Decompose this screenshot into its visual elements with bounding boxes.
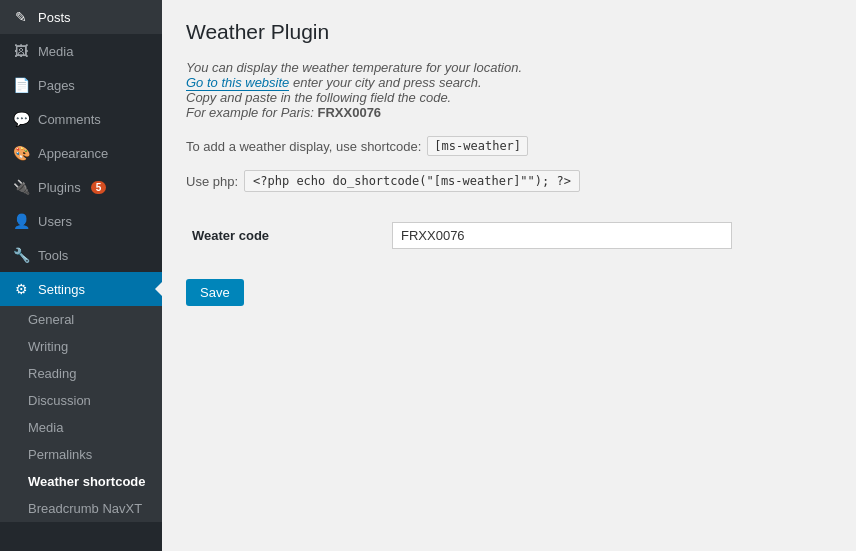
sidebar-item-label: Media [38,44,73,59]
save-button[interactable]: Save [186,279,244,306]
pages-icon: 📄 [12,76,30,94]
submenu-item-discussion[interactable]: Discussion [0,387,162,414]
sidebar-item-tools[interactable]: 🔧 Tools [0,238,162,272]
paris-code: FRXX0076 [318,105,382,120]
media-icon: 🖼 [12,42,30,60]
sidebar-item-label: Users [38,214,72,229]
desc-line4: For example for Paris: FRXX0076 [186,105,832,120]
sidebar-item-label: Appearance [38,146,108,161]
sidebar-item-posts[interactable]: ✎ Posts [0,0,162,34]
submenu-item-general[interactable]: General [0,306,162,333]
plugins-icon: 🔌 [12,178,30,196]
submenu-item-writing[interactable]: Writing [0,333,162,360]
sidebar-item-media[interactable]: 🖼 Media [0,34,162,68]
sidebar-item-label: Plugins [38,180,81,195]
sidebar-item-settings[interactable]: ⚙ Settings [0,272,162,306]
website-link[interactable]: Go to this website [186,75,289,91]
sidebar-item-label: Comments [38,112,101,127]
sidebar-item-appearance[interactable]: 🎨 Appearance [0,136,162,170]
shortcode-label: To add a weather display, use shortcode: [186,139,421,154]
description-block: You can display the weather temperature … [186,60,832,120]
posts-icon: ✎ [12,8,30,26]
sidebar-item-comments[interactable]: 💬 Comments [0,102,162,136]
desc-line2: Go to this website enter your city and p… [186,75,832,90]
sidebar-item-label: Settings [38,282,85,297]
settings-form: Weater code [186,212,832,259]
weather-code-input[interactable] [392,222,732,249]
form-row-weather-code: Weater code [186,212,832,259]
sidebar-item-label: Tools [38,248,68,263]
desc-link-suffix: enter your city and press search. [289,75,481,90]
shortcode-line: To add a weather display, use shortcode:… [186,136,832,156]
tools-icon: 🔧 [12,246,30,264]
appearance-icon: 🎨 [12,144,30,162]
page-title: Weather Plugin [186,20,832,44]
main-content: Weather Plugin You can display the weath… [162,0,856,551]
sidebar-item-users[interactable]: 👤 Users [0,204,162,238]
submenu-item-breadcrumb-navxt[interactable]: Breadcrumb NavXT [0,495,162,522]
php-value: <?php echo do_shortcode("[ms-weather]"")… [244,170,580,192]
sidebar-item-pages[interactable]: 📄 Pages [0,68,162,102]
submenu-item-reading[interactable]: Reading [0,360,162,387]
comments-icon: 💬 [12,110,30,128]
shortcode-value: [ms-weather] [427,136,528,156]
submenu-item-permalinks[interactable]: Permalinks [0,441,162,468]
settings-submenu: General Writing Reading Discussion Media… [0,306,162,522]
desc-line3: Copy and paste in the following field th… [186,90,832,105]
sidebar-item-label: Pages [38,78,75,93]
sidebar: ✎ Posts 🖼 Media 📄 Pages 💬 Comments 🎨 App… [0,0,162,551]
php-label: Use php: [186,174,238,189]
sidebar-item-label: Posts [38,10,71,25]
users-icon: 👤 [12,212,30,230]
desc-line1: You can display the weather temperature … [186,60,832,75]
weather-code-cell [386,212,832,259]
submenu-item-media[interactable]: Media [0,414,162,441]
sidebar-item-plugins[interactable]: 🔌 Plugins 5 [0,170,162,204]
weather-code-label: Weater code [186,212,386,259]
submenu-item-weather-shortcode[interactable]: Weather shortcode [0,468,162,495]
php-line: Use php: <?php echo do_shortcode("[ms-we… [186,170,832,192]
plugins-badge: 5 [91,181,107,194]
settings-icon: ⚙ [12,280,30,298]
